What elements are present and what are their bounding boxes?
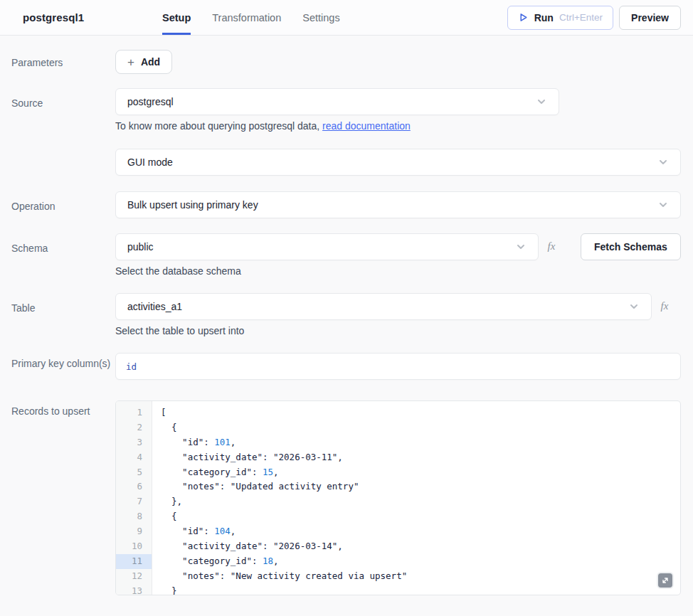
source-helper: To know more about querying postgresql d… [115,120,681,132]
code-line[interactable]: }, [161,494,680,509]
table-select[interactable]: activities_a1 [115,293,652,320]
primary-key-row: Primary key column(s) id [11,353,681,380]
code-line[interactable]: "activity_date": "2026-03-11", [161,450,680,465]
source-row: Source postgresql To know more about que… [11,88,681,132]
records-editor[interactable]: 12345678910111213 [ { "id": 101, "activi… [115,400,681,595]
parameters-label: Parameters [11,50,115,72]
code-token: { [161,511,177,521]
gutter-line-number: 13 [116,584,152,595]
setup-form: Parameters + Add Source postgresql To [0,50,693,595]
table-row: Table activities_a1 fx Select the table … [11,293,681,336]
gutter-line-number: 7 [116,494,152,509]
code-token: "id": [161,437,214,447]
primary-key-input[interactable]: id [115,353,681,380]
code-token: { [161,422,177,432]
add-label: Add [141,56,160,68]
code-token: [ [161,407,166,418]
run-button[interactable]: Run Ctrl+Enter [507,6,613,30]
code-token: , [231,437,236,447]
gutter-line-number: 2 [116,420,152,435]
code-token: } [161,585,177,595]
code-line[interactable]: { [161,509,680,524]
chevron-down-icon [536,96,547,107]
table-fx-toggle[interactable]: fx [652,293,677,320]
add-parameter-button[interactable]: + Add [115,50,172,74]
operation-row: Operation Bulk upsert using primary key [11,191,681,218]
code-token: , [273,556,279,566]
mode-row: GUI mode [11,149,681,176]
records-row: Records to upsert 12345678910111213 [ { … [11,400,681,595]
code-line[interactable]: "category_id": 18, [161,554,680,569]
tab-setup[interactable]: Setup [162,0,191,35]
number-token: 18 [263,556,273,566]
code-token: "activity_date": "2026-03-11", [161,452,343,462]
fetch-schemas-button[interactable]: Fetch Schemas [581,233,681,260]
query-name[interactable]: postgresql1 [23,0,162,35]
code-token: "id": [161,526,214,536]
gutter-line-number: 5 [116,465,152,480]
records-editor-gutter: 12345678910111213 [116,401,152,595]
mode-value: GUI mode [127,156,173,168]
code-line[interactable]: } [161,584,680,595]
schema-row: Schema public fx Fetch Schemas Select th… [11,233,681,277]
read-documentation-link[interactable]: read documentation [322,120,411,132]
operation-select[interactable]: Bulk upsert using primary key [115,191,681,218]
tab-transformation[interactable]: Transformation [212,0,281,35]
number-token: 15 [263,467,273,477]
schema-helper: Select the database schema [115,265,681,277]
code-token: "activity_date": "2026-03-14", [161,541,343,551]
gutter-line-number: 11 [116,554,152,569]
gutter-line-number: 6 [116,479,152,494]
code-token: }, [161,496,182,506]
primary-key-value: id [126,361,137,372]
gutter-line-number: 9 [116,524,152,539]
gutter-line-number: 4 [116,450,152,465]
source-helper-text: To know more about querying postgresql d… [115,120,322,132]
run-label: Run [534,12,554,23]
query-header: postgresql1 Setup Transformation Setting… [0,0,693,36]
code-token: , [231,526,236,536]
gutter-line-number: 8 [116,509,152,524]
records-label: Records to upsert [11,400,115,420]
code-line[interactable]: { [161,420,680,435]
schema-fx-toggle[interactable]: fx [539,233,564,260]
query-editor-panel: postgresql1 Setup Transformation Setting… [0,0,693,616]
expand-editor-button[interactable] [657,572,674,589]
gutter-line-number: 10 [116,539,152,554]
run-shortcut: Ctrl+Enter [559,12,603,23]
play-icon [518,12,529,23]
code-token: , [273,467,279,477]
expand-icon [661,576,670,585]
code-line[interactable]: "id": 104, [161,524,680,539]
schema-value: public [127,241,154,253]
plus-icon: + [127,56,134,68]
chevron-down-icon [657,156,669,168]
chevron-down-icon [628,301,640,312]
schema-select[interactable]: public [115,233,539,260]
table-label: Table [11,293,115,317]
code-line[interactable]: "notes": "New activity created via upser… [161,569,680,584]
gutter-line-number: 1 [116,405,152,420]
gutter-line-number: 3 [116,435,152,450]
code-line[interactable]: "activity_date": "2026-03-14", [161,539,680,554]
code-line[interactable]: "id": 101, [161,435,680,450]
code-line[interactable]: "notes": "Updated activity entry" [161,479,680,494]
source-value: postgresql [127,96,174,107]
code-token: "notes": "New activity created via upser… [161,570,407,581]
mode-select[interactable]: GUI mode [115,149,681,176]
number-token: 101 [214,437,231,447]
code-line[interactable]: "category_id": 15, [161,465,680,480]
gutter-line-number: 12 [116,569,152,584]
chevron-down-icon [657,199,669,211]
records-editor-lines: [ { "id": 101, "activity_date": "2026-03… [152,401,680,595]
operation-label: Operation [11,191,115,216]
code-token: "category_id": [161,467,263,477]
source-select[interactable]: postgresql [115,88,559,115]
code-token: "category_id": [161,556,263,566]
preview-button[interactable]: Preview [619,6,681,30]
tab-bar: Setup Transformation Settings [162,0,340,35]
code-line[interactable]: [ [161,405,680,420]
table-value: activities_a1 [127,301,182,312]
tab-settings[interactable]: Settings [302,0,339,35]
table-helper: Select the table to upsert into [115,325,681,336]
